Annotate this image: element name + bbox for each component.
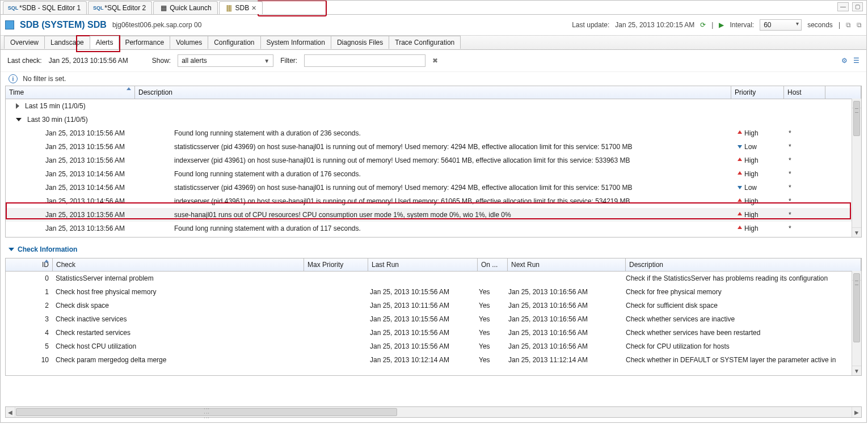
- subtab-performance[interactable]: Performance: [119, 36, 170, 49]
- editor-tab[interactable]: SQL*SQL Editor 2: [88, 1, 152, 14]
- check-row[interactable]: 10Check param mergedog delta mergeJan 25…: [6, 353, 861, 367]
- check-last-run: Jan 25, 2013 10:15:56 AM: [366, 288, 475, 296]
- configure-icon[interactable]: ⚙: [841, 57, 848, 65]
- alerts-vscroll[interactable]: ▲ ▼: [852, 99, 861, 237]
- subtab-volumes[interactable]: Volumes: [170, 36, 208, 49]
- up-arrow-icon: [736, 171, 742, 177]
- down-arrow-icon: [736, 185, 742, 190]
- alert-row[interactable]: Jan 25, 2013 10:15:56 AMFound long runni…: [6, 126, 861, 140]
- check-id: 0: [6, 274, 52, 282]
- checks-body[interactable]: 0StatisticsServer internal problemCheck …: [6, 272, 861, 367]
- subtab-diagnosis-files[interactable]: Diagnosis Files: [331, 36, 389, 49]
- alert-group[interactable]: Last 15 min (11/0/5): [6, 99, 861, 113]
- tubes-icon: 🀫: [225, 4, 233, 12]
- settings-icon[interactable]: ⧉: [857, 21, 862, 29]
- check-info-toggle[interactable]: Check Information: [1, 238, 866, 258]
- check-next-run: Jan 25, 2013 10:16:56 AM: [505, 288, 622, 296]
- refresh-icon[interactable]: ⟳: [700, 21, 706, 29]
- scroll-thumb[interactable]: [16, 408, 397, 416]
- list-icon[interactable]: ☰: [853, 57, 859, 65]
- interval-label: Interval:: [730, 21, 754, 29]
- check-row[interactable]: 1Check host free physical memoryJan 25, …: [6, 285, 861, 299]
- copy-icon[interactable]: ⧉: [846, 21, 851, 29]
- col-id[interactable]: ID: [6, 258, 53, 271]
- check-row[interactable]: 5Check host CPU utilizationJan 25, 2013 …: [6, 340, 861, 353]
- subtab-system-information[interactable]: System Information: [260, 36, 331, 49]
- group-label: Last 30 min (11/0/5): [27, 116, 88, 124]
- subtab-overview[interactable]: Overview: [4, 36, 45, 49]
- col-check-description[interactable]: Description: [626, 258, 861, 271]
- check-last-run: Jan 25, 2013 10:15:56 AM: [366, 342, 475, 350]
- alert-row[interactable]: Jan 25, 2013 10:14:56 AMFound long runni…: [6, 167, 861, 181]
- check-id: 4: [6, 329, 52, 337]
- col-next-run[interactable]: Next Run: [508, 258, 626, 271]
- alert-host: *: [785, 197, 826, 205]
- alert-desc: Found long running statement with a dura…: [171, 129, 733, 137]
- minimize-icon[interactable]: —: [837, 2, 849, 11]
- col-on[interactable]: On ...: [478, 258, 508, 271]
- alert-time: Jan 25, 2013 10:14:56 AM: [6, 170, 171, 178]
- subtab-configuration[interactable]: Configuration: [208, 36, 260, 49]
- editor-tab[interactable]: 🀫SDB✕: [219, 1, 263, 14]
- alert-row[interactable]: Jan 25, 2013 10:13:56 AMsuse-hanajl01 ru…: [6, 208, 861, 222]
- alert-row[interactable]: Jan 25, 2013 10:13:56 AMFound long runni…: [6, 222, 861, 235]
- play-icon[interactable]: ▶: [719, 21, 724, 29]
- maximize-icon[interactable]: ▢: [852, 2, 863, 11]
- check-last-run: Jan 25, 2013 10:15:56 AM: [366, 315, 475, 323]
- filter-input[interactable]: [304, 54, 425, 67]
- col-check[interactable]: Check: [53, 258, 304, 271]
- check-row[interactable]: 4Check restarted servicesJan 25, 2013 10…: [6, 326, 861, 340]
- col-max-priority[interactable]: Max Priority: [304, 258, 368, 271]
- subtab-trace-configuration[interactable]: Trace Configuration: [389, 36, 461, 49]
- filter-label: Filter:: [280, 57, 297, 65]
- app-frame: SQL*SDB - SQL Editor 1SQL*SQL Editor 2▦Q…: [0, 0, 867, 423]
- alert-priority: Low: [733, 184, 785, 192]
- alert-row[interactable]: Jan 25, 2013 10:14:56 AMindexserver (pid…: [6, 194, 861, 208]
- check-on: Yes: [475, 329, 505, 337]
- scroll-thumb[interactable]: [853, 273, 860, 342]
- check-row[interactable]: 0StatisticsServer internal problemCheck …: [6, 272, 861, 285]
- col-host[interactable]: Host: [784, 86, 825, 99]
- editor-tab[interactable]: SQL*SDB - SQL Editor 1: [3, 1, 87, 14]
- scroll-down-icon[interactable]: ▼: [852, 227, 861, 237]
- subtab-alerts[interactable]: Alerts: [90, 36, 120, 49]
- col-description[interactable]: Description: [135, 86, 731, 99]
- up-arrow-icon: [736, 158, 742, 163]
- alert-row[interactable]: Jan 25, 2013 10:15:56 AMstatisticsserver…: [6, 140, 861, 154]
- check-id: 3: [6, 315, 52, 323]
- alerts-grid: Time Description Priority Host Last 15 m…: [5, 86, 862, 238]
- scroll-down-icon[interactable]: ▼: [852, 366, 861, 375]
- alert-desc: Found long running statement with a dura…: [171, 224, 733, 232]
- check-desc: Check whether services have been restart…: [622, 329, 861, 337]
- close-icon[interactable]: ✕: [251, 5, 256, 12]
- check-row[interactable]: 2Check disk spaceJan 25, 2013 10:11:56 A…: [6, 299, 861, 312]
- editor-tab[interactable]: ▦Quick Launch: [153, 1, 217, 14]
- col-priority[interactable]: Priority: [731, 86, 784, 99]
- scroll-right-icon[interactable]: ▶: [852, 407, 861, 417]
- sql-icon: SQL: [94, 4, 102, 12]
- subtab-bar: OverviewLandscapeAlertsPerformanceVolume…: [1, 36, 866, 50]
- col-last-run[interactable]: Last Run: [368, 258, 478, 271]
- check-last-run: Jan 25, 2013 10:12:14 AM: [366, 356, 475, 364]
- col-time[interactable]: Time: [6, 86, 135, 99]
- alert-row[interactable]: Jan 25, 2013 10:15:56 AMindexserver (pid…: [6, 154, 861, 167]
- interval-input[interactable]: 60: [760, 19, 802, 31]
- up-arrow-icon: [736, 198, 742, 204]
- scroll-left-icon[interactable]: ◀: [6, 407, 15, 417]
- alert-group[interactable]: Last 30 min (11/0/5): [6, 113, 861, 126]
- alert-priority: High: [733, 211, 785, 219]
- alerts-body[interactable]: Last 15 min (11/0/5)Last 30 min (11/0/5)…: [6, 99, 861, 235]
- check-row[interactable]: 3Check inactive servicesJan 25, 2013 10:…: [6, 312, 861, 326]
- alert-priority: Low: [733, 143, 785, 151]
- subtab-landscape[interactable]: Landscape: [44, 36, 90, 49]
- alert-row[interactable]: Jan 25, 2013 10:14:56 AMstatisticsserver…: [6, 181, 861, 194]
- scroll-thumb[interactable]: [853, 101, 860, 136]
- checks-vscroll[interactable]: ▲ ▼: [852, 271, 861, 375]
- clear-filter-icon[interactable]: ✖: [432, 57, 438, 65]
- alert-priority: High: [733, 129, 785, 137]
- show-select[interactable]: all alerts▼: [178, 54, 273, 67]
- check-name: Check inactive services: [52, 315, 303, 323]
- col-extra[interactable]: [825, 86, 861, 99]
- last-update-label: Last update:: [572, 21, 609, 29]
- footer-hscroll[interactable]: ◀ ▶: [5, 406, 862, 418]
